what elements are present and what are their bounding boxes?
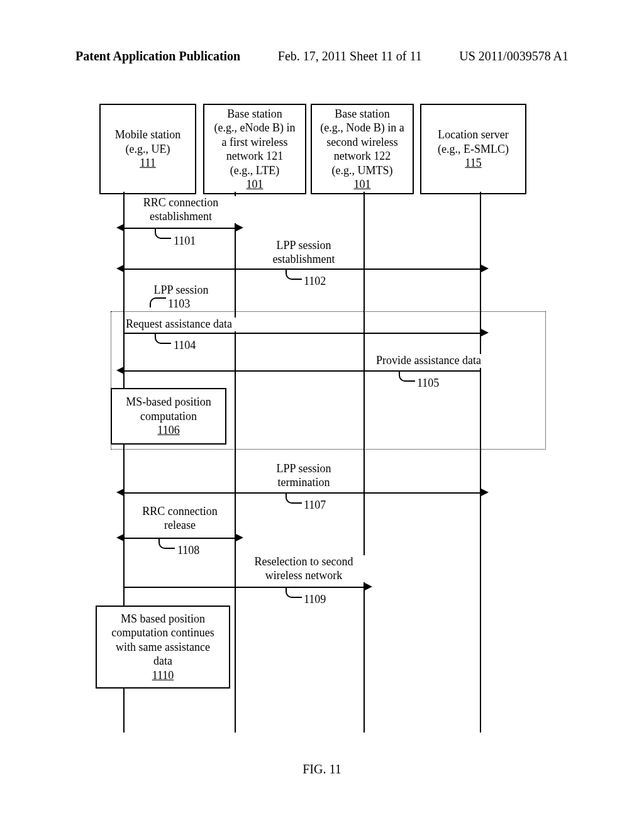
arrow-rrc-release [123,538,236,539]
label-lpp-term: LPP session termination [253,462,354,489]
lifeline-bs2 [364,192,365,733]
label-request-ad: Request assistance data [126,318,252,331]
ref-1108: 1108 [177,544,199,557]
arrow-head-left-icon [116,367,124,374]
box-ms-position-computation: MS-based position computation 1106 [111,388,226,445]
ref-1103: 1103 [168,297,190,311]
box-ms-position-continues: MS based position computation continues … [96,606,230,689]
sequence-diagram: Mobile station (e.g., UE) 111 Base stati… [99,104,548,733]
actor-base-station-first: Base station (e.g., eNode B) in a first … [203,104,306,194]
arrow-head-left-icon [116,265,124,272]
arrow-reselection [123,587,365,588]
header-left: Patent Application Publication [75,49,240,64]
lead-1101 [155,229,171,239]
arrow-request-ad [123,333,481,334]
page-header: Patent Application Publication Feb. 17, … [75,49,569,64]
ref-1107: 1107 [304,499,326,512]
arrow-head-right-icon [481,265,489,272]
ref-1104: 1104 [174,339,196,352]
lifeline-bs1 [235,192,236,733]
arrow-head-left-icon [116,534,124,541]
ref-1105: 1105 [417,377,439,390]
arrow-lpp-term [123,492,481,494]
arrow-provide-ad [123,370,481,372]
label-provide-ad: Provide assistance data [376,354,512,368]
arrow-head-right-icon [365,583,372,590]
label-rrc-release: RRC connection release [130,505,230,532]
arrow-head-right-icon [236,224,243,231]
lead-1102 [286,270,302,280]
arrow-head-right-icon [481,489,489,496]
actor-mobile-station: Mobile station (e.g., UE) 111 [99,104,196,194]
arrow-lpp-est [123,268,481,270]
arrow-rrc-est [123,228,236,229]
lifeline-ls [480,192,481,733]
label-rrc-est: RRC connection establishment [126,196,236,223]
label-lpp-session: LPP session [143,284,219,297]
figure-caption: FIG. 11 [0,762,644,777]
header-middle: Feb. 17, 2011 Sheet 11 of 11 [278,49,422,64]
arrow-head-left-icon [116,489,124,496]
lead-1107 [286,494,302,504]
ref-1101: 1101 [174,235,196,248]
lead-1103 [150,297,166,307]
arrow-head-right-icon [236,534,243,541]
ref-1109: 1109 [304,593,326,606]
label-lpp-est: LPP session establishment [253,239,354,266]
lead-1105 [399,372,415,382]
lead-1108 [158,539,175,549]
header-right: US 2011/0039578 A1 [459,49,569,64]
arrow-head-right-icon [481,329,489,336]
actor-location-server: Location server (e.g., E-SMLC) 115 [420,104,526,194]
actor-base-station-second: Base station (e.g., Node B) in a second … [311,104,414,194]
ref-1102: 1102 [304,275,326,288]
arrow-head-left-icon [116,224,124,231]
label-reselection: Reselection to second wireless network [241,555,367,582]
lead-1109 [286,588,302,598]
lead-1104 [155,334,171,344]
